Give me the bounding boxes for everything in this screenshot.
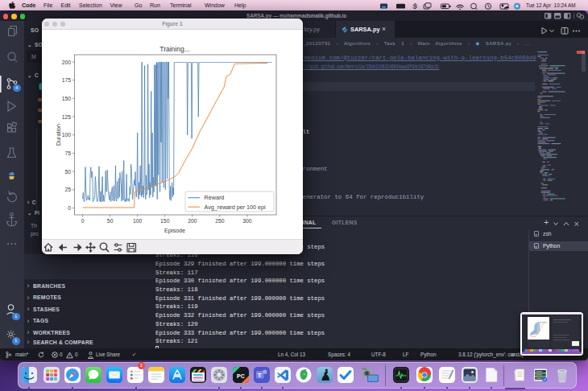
- svg-text:Training...: Training...: [159, 45, 189, 53]
- svg-text:50: 50: [64, 169, 71, 175]
- svg-text:75: 75: [64, 150, 71, 156]
- svg-text:125: 125: [62, 114, 72, 120]
- svg-text:150: 150: [62, 96, 72, 101]
- svg-text:Duration: Duration: [55, 124, 62, 146]
- svg-text:Episode: Episode: [164, 227, 185, 234]
- svg-text:PC: PC: [237, 373, 245, 379]
- svg-text:0: 0: [68, 205, 71, 211]
- svg-text:25: 25: [64, 187, 71, 192]
- svg-text:0: 0: [81, 218, 85, 224]
- svg-text:200: 200: [62, 60, 72, 65]
- svg-text:Reward: Reward: [205, 194, 225, 201]
- svg-text:150: 150: [160, 218, 170, 224]
- svg-text:200: 200: [188, 218, 197, 224]
- svg-text:100: 100: [133, 218, 143, 224]
- svg-text:50: 50: [107, 218, 114, 224]
- svg-text:250: 250: [215, 218, 225, 224]
- svg-text:Avg_reward per 100 epi: Avg_reward per 100 epi: [205, 204, 267, 211]
- svg-text:100: 100: [62, 132, 72, 138]
- svg-text:175: 175: [62, 77, 72, 83]
- svg-text:300: 300: [242, 218, 252, 224]
- svg-text:T: T: [257, 372, 261, 379]
